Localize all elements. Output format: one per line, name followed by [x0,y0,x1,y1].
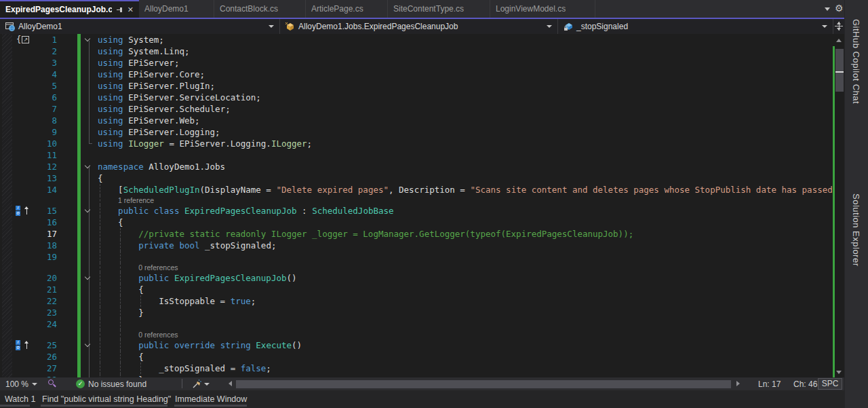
code-text[interactable] [98,318,833,330]
close-icon[interactable]: ✕ [127,5,134,14]
tab-alloydemo1[interactable]: AlloyDemo1 [139,0,214,18]
codelens-row[interactable]: 0 references [0,330,833,339]
code-line[interactable]: 14 [ScheduledPlugIn(DisplayName = "Delet… [0,184,833,196]
code-text[interactable]: using ILogger = EPiServer.Logging.ILogge… [98,138,833,149]
code-text[interactable] [98,251,833,263]
chevron-down-icon[interactable] [269,25,274,28]
code-text[interactable] [98,149,833,161]
tab-contactblock[interactable]: ContactBlock.cs [214,0,306,18]
scroll-down-icon[interactable] [836,371,842,374]
sidebar-tab-copilot-chat[interactable]: GitHub Copilot Chat [851,19,861,104]
zoom-level[interactable]: 100 % [5,379,28,389]
tab-sitecontenttype[interactable]: SiteContentType.cs [388,0,490,18]
code-text[interactable]: namespace AlloyDemo1.Jobs [98,161,833,172]
code-text[interactable]: { [98,284,833,295]
codelens-row[interactable]: 0 references [0,263,833,272]
split-editor-icon[interactable] [834,21,844,31]
fold-chevron-icon[interactable] [85,274,90,280]
code-line[interactable]: {↗1using System; [0,34,833,45]
hscroll-right-icon[interactable] [736,381,740,386]
code-cleanup-broom-icon[interactable] [191,379,201,389]
code-line[interactable]: 24 [0,318,833,330]
codelens-references[interactable]: 0 references [138,330,178,339]
code-line[interactable]: 2using System.Linq; [0,45,833,57]
code-text[interactable]: public ExpiredPagesCleanupJob() [98,272,833,284]
code-text[interactable]: using System.Linq; [98,45,833,57]
code-area[interactable]: {↗1using System;2using System.Linq;3usin… [0,34,833,377]
zoom-chevron-icon[interactable] [32,383,37,386]
tab-loginviewmodel[interactable]: LoginViewModel.cs [490,0,595,18]
fold-chevron-icon[interactable] [85,207,90,212]
line-indicator[interactable]: Ln: 17 [758,379,781,389]
codelens-references[interactable]: 0 references [138,263,178,272]
code-text[interactable]: using System; [98,34,833,45]
code-line[interactable]: 23 } [0,307,833,318]
code-text[interactable]: using EPiServer.PlugIn; [98,80,833,92]
code-text[interactable]: using EPiServer; [98,57,833,69]
code-text[interactable]: using EPiServer.Logging; [98,126,833,138]
code-line[interactable]: 19 [0,251,833,263]
tab-find-results[interactable]: Find "public virtual string Heading" [42,394,171,404]
code-text[interactable]: using EPiServer.Scheduler; [98,103,833,115]
code-text[interactable]: _stopSignaled = false; [98,363,833,374]
vertical-scrollbar-thumb[interactable] [835,49,844,92]
code-text[interactable]: public override string Execute() [98,339,833,351]
code-line[interactable]: 22 IsStoppable = true; [0,295,833,307]
code-line[interactable]: 5using EPiServer.PlugIn; [0,80,833,92]
fold-chevron-icon[interactable] [85,36,90,41]
member-dropdown[interactable]: _stopSignaled [558,19,833,34]
gear-icon[interactable]: ⚙ [835,3,844,14]
code-line[interactable]: 7using EPiServer.Scheduler; [0,103,833,115]
tab-articlepage[interactable]: ArticlePage.cs [306,0,388,18]
project-dropdown[interactable]: AlloyDemo1 [0,19,280,34]
tab-immediate-window[interactable]: Immediate Window [175,394,247,404]
code-text[interactable]: //private static readonly ILogger _logge… [98,228,833,240]
tab-list-chevron-icon[interactable] [825,7,830,11]
code-line[interactable]: 17 //private static readonly ILogger _lo… [0,228,833,240]
code-line[interactable]: 8using EPiServer.Web; [0,115,833,126]
code-line[interactable]: 4using EPiServer.Core; [0,69,833,80]
code-line[interactable]: 16 { [0,217,833,228]
code-text[interactable]: using EPiServer.Web; [98,115,833,126]
tab-expiredpagescleanupjob[interactable]: ExpiredPagesCleanupJob.cs ✕ [0,0,139,18]
code-line[interactable]: 10using ILogger = EPiServer.Logging.ILog… [0,138,833,149]
type-dropdown[interactable]: AlloyDemo1.Jobs.ExpiredPagesCleanupJob [280,19,558,34]
code-line[interactable]: 27 _stopSignaled = false; [0,363,833,374]
chevron-down-icon[interactable] [547,25,552,28]
code-text[interactable]: IsStoppable = true; [98,295,833,307]
scroll-up-icon[interactable] [836,39,842,42]
code-text[interactable]: { [98,217,833,228]
tab-watch1[interactable]: Watch 1 [5,394,35,404]
code-line[interactable]: 12namespace AlloyDemo1.Jobs [0,161,833,172]
code-text[interactable]: public class ExpiredPagesCleanupJob : Sc… [98,205,833,217]
code-line[interactable]: 6using EPiServer.ServiceLocation; [0,92,833,103]
chevron-down-icon[interactable] [822,25,827,28]
code-text[interactable]: private bool _stopSignaled; [98,240,833,251]
code-cleanup-chevron-icon[interactable] [204,383,210,386]
code-line[interactable]: 18 private bool _stopSignaled; [0,240,833,251]
column-indicator[interactable]: Ch: 46 [793,379,817,389]
pin-icon[interactable] [117,7,123,13]
vertical-scrollbar[interactable] [833,34,844,377]
code-line[interactable]: 9using EPiServer.Logging; [0,126,833,138]
code-line[interactable]: 13{ [0,172,833,184]
code-text[interactable]: using EPiServer.Core; [98,69,833,80]
horizontal-scrollbar-thumb[interactable] [236,380,731,388]
issues-status[interactable]: No issues found [88,379,146,389]
code-text[interactable]: } [98,307,833,318]
code-text[interactable]: { [98,351,833,363]
code-line[interactable]: 11 [0,149,833,161]
code-line[interactable]: 26 { [0,351,833,363]
fold-chevron-icon[interactable] [85,163,90,168]
code-text[interactable]: [ScheduledPlugIn(DisplayName = "Delete e… [98,184,833,196]
code-text[interactable]: using EPiServer.ServiceLocation; [98,92,833,103]
sidebar-tab-solution-explorer[interactable]: Solution Explorer [851,193,861,267]
codelens-row[interactable]: 1 reference [0,196,833,205]
code-line[interactable]: IO15 public class ExpiredPagesCleanupJob… [0,205,833,217]
code-line[interactable]: 21 { [0,284,833,295]
inspect-icon[interactable] [47,379,56,388]
code-text[interactable]: { [98,172,833,184]
code-line[interactable]: IO25 public override string Execute() [0,339,833,351]
code-line[interactable]: 3using EPiServer; [0,57,833,69]
space-mode-badge[interactable]: SPC [818,378,842,390]
